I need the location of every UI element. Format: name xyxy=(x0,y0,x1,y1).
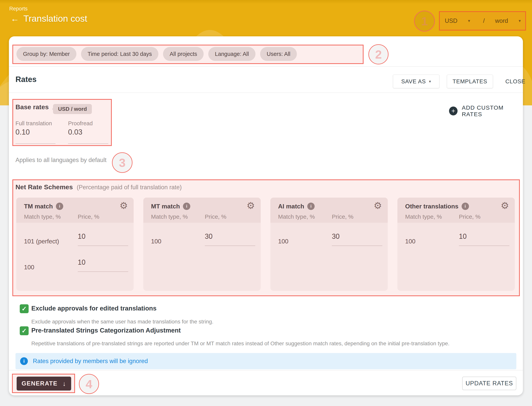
breadcrumb[interactable]: Reports xyxy=(9,6,28,12)
back-arrow-icon[interactable]: ← xyxy=(11,14,19,23)
pretranslated-adjustment-label[interactable]: Pre-translated Strings Categorization Ad… xyxy=(31,327,181,334)
check-icon: ✓ xyxy=(22,327,27,334)
price-column-header: Price, % xyxy=(332,213,354,220)
base-rates-unit-badge: USD / word xyxy=(53,104,92,114)
exclude-approvals-description: Exclude approvals when the same user has… xyxy=(31,319,213,325)
filter-chip-time-period[interactable]: Time period: Last 30 days xyxy=(81,47,159,61)
info-icon[interactable]: i xyxy=(56,203,63,210)
filter-chip-users[interactable]: Users: All xyxy=(260,47,297,61)
full-translation-input[interactable]: 0.10 xyxy=(15,128,30,136)
input-underline xyxy=(68,144,108,144)
proofread-label: Proofread xyxy=(68,120,93,127)
filter-chip-language[interactable]: Language: All xyxy=(208,47,255,61)
divider xyxy=(9,66,523,67)
banner-text: Rates provided by members will be ignore… xyxy=(33,358,148,365)
input-underline xyxy=(459,246,509,246)
unit-caret-icon[interactable]: ▾ xyxy=(519,11,521,30)
divider xyxy=(9,92,523,93)
check-icon: ✓ xyxy=(22,305,27,312)
plus-icon: + xyxy=(449,107,458,116)
net-rate-schemes-subtitle: (Percentage paid of full translation rat… xyxy=(77,184,182,191)
match-type-value: 100 xyxy=(151,238,161,245)
match-type-value: 100 xyxy=(278,238,288,245)
input-underline xyxy=(205,246,255,246)
filter-chip-row: Group by: Member Time period: Last 30 da… xyxy=(16,47,297,61)
match-type-value: 100 xyxy=(24,264,34,271)
input-underline xyxy=(15,144,56,144)
match-type-column-header: Match type, % xyxy=(151,213,188,220)
close-button[interactable]: CLOSE xyxy=(503,75,528,88)
filter-chip-projects[interactable]: All projects xyxy=(163,47,204,61)
save-as-button[interactable]: SAVE AS ▾ xyxy=(393,75,439,88)
mt-match-card: MT match i ⚙ Match type, % Price, % 100 … xyxy=(143,198,261,291)
update-rates-button[interactable]: UPDATE RATES xyxy=(462,377,516,390)
save-as-caret-icon: ▾ xyxy=(429,79,431,84)
gear-icon[interactable]: ⚙ xyxy=(247,201,255,210)
gear-icon[interactable]: ⚙ xyxy=(119,201,128,210)
input-underline xyxy=(332,246,382,246)
unit-separator: / xyxy=(483,11,485,30)
generate-button[interactable]: GENERATE ↓ xyxy=(17,377,71,391)
match-type-column-header: Match type, % xyxy=(24,213,61,220)
price-input[interactable]: 30 xyxy=(205,232,212,240)
templates-button[interactable]: TEMPLATES xyxy=(447,75,493,88)
other-translations-title: Other translations xyxy=(405,203,459,210)
exclude-approvals-label[interactable]: Exclude approvals for edited translation… xyxy=(31,305,156,312)
generate-label: GENERATE xyxy=(22,380,58,387)
price-input[interactable]: 10 xyxy=(459,232,467,240)
price-column-header: Price, % xyxy=(78,213,99,220)
page-title: Translation cost xyxy=(23,13,87,24)
base-rates-title: Base rates xyxy=(15,103,49,111)
match-type-value: 100 xyxy=(405,238,415,245)
mt-match-title: MT match xyxy=(151,203,180,210)
applies-note: Applies to all languages by default xyxy=(15,157,107,164)
input-underline xyxy=(78,271,128,272)
filter-chip-group-by[interactable]: Group by: Member xyxy=(16,47,76,61)
price-column-header: Price, % xyxy=(459,213,481,220)
ai-match-card: AI match i ⚙ Match type, % Price, % 100 … xyxy=(270,198,388,291)
info-icon[interactable]: i xyxy=(462,203,469,210)
ai-match-title: AI match xyxy=(278,203,304,210)
match-type-value: 101 (perfect) xyxy=(24,238,59,245)
price-input[interactable]: 30 xyxy=(332,232,340,240)
pretranslated-adjustment-description: Repetitive translations of pre-translate… xyxy=(31,341,449,347)
download-arrow-icon: ↓ xyxy=(62,380,66,387)
currency-caret-icon[interactable]: ▾ xyxy=(468,11,470,30)
tm-match-card: TM match i ⚙ Match type, % Price, % 101 … xyxy=(16,198,134,291)
input-underline xyxy=(78,246,128,246)
match-type-column-header: Match type, % xyxy=(405,213,442,220)
report-settings-card: Group by: Member Time period: Last 30 da… xyxy=(9,36,523,395)
info-banner: i Rates provided by members will be igno… xyxy=(15,353,516,369)
info-icon[interactable]: i xyxy=(307,203,315,210)
gear-icon[interactable]: ⚙ xyxy=(374,201,382,210)
pretranslated-adjustment-checkbox[interactable]: ✓ xyxy=(20,326,29,335)
full-translation-label: Full translation xyxy=(15,120,52,127)
unit-select[interactable]: word xyxy=(495,11,508,30)
match-type-column-header: Match type, % xyxy=(278,213,315,220)
add-custom-rates-button[interactable]: + ADD CUSTOM RATES xyxy=(449,104,523,117)
price-input[interactable]: 10 xyxy=(78,258,86,266)
translation-cost-report-page: Reports ← Translation cost USD ▾ / word … xyxy=(0,0,532,406)
tm-match-title: TM match xyxy=(24,203,53,210)
gear-icon[interactable]: ⚙ xyxy=(501,201,509,210)
divider xyxy=(9,370,523,370)
rates-section-title: Rates xyxy=(15,75,36,84)
exclude-approvals-checkbox[interactable]: ✓ xyxy=(20,304,29,313)
save-as-label: SAVE AS xyxy=(401,78,426,85)
price-column-header: Price, % xyxy=(205,213,226,220)
other-translations-card: Other translations i ⚙ Match type, % Pri… xyxy=(397,198,515,291)
add-custom-rates-label: ADD CUSTOM RATES xyxy=(462,104,523,117)
info-icon[interactable]: i xyxy=(183,203,190,210)
currency-select[interactable]: USD xyxy=(445,11,457,30)
proofread-input[interactable]: 0.03 xyxy=(68,128,82,136)
banner-info-icon: i xyxy=(20,357,28,365)
price-input[interactable]: 10 xyxy=(78,232,86,240)
net-rate-schemes-title: Net Rate Schemes xyxy=(15,183,73,191)
